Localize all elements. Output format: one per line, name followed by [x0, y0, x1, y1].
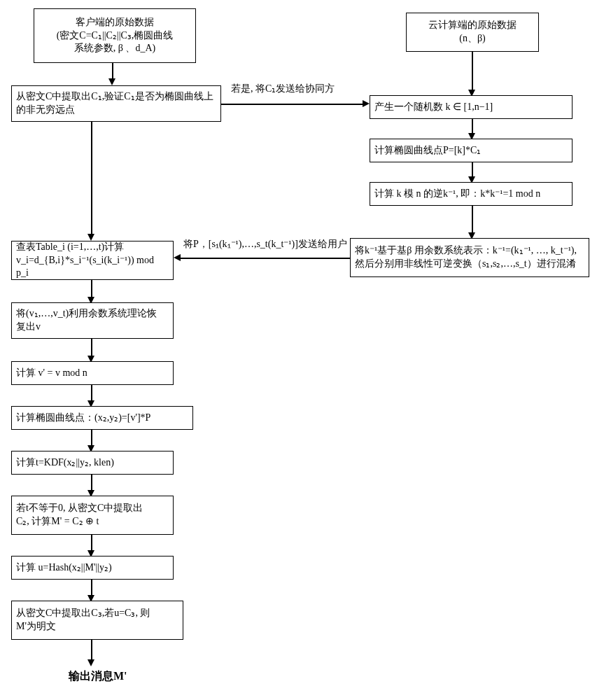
recover-v-box: 将(v₁,…,v_t)利用余数系统理论恢 复出v	[11, 302, 174, 339]
arrow	[472, 162, 473, 178]
arrow-head	[87, 659, 94, 666]
arrow	[221, 104, 364, 105]
send-back-label: 将P，[s₁(k₁⁻¹),…,s_t(k_t⁻¹)]发送给用户	[183, 238, 347, 251]
arrow	[91, 430, 92, 447]
if-yes-label: 若是, 将C₁发送给协同方	[231, 83, 335, 95]
arrow	[91, 339, 92, 357]
arrow	[112, 63, 113, 80]
arrow-head	[108, 78, 115, 85]
client-header-box: 客户端的原始数据 (密文C=C₁||C₂||C₃,椭圆曲线 系统参数, β 、d…	[34, 8, 196, 63]
mprime-box: 若t不等于0, 从密文C中提取出 C₂, 计算M' = C₂ ⊕ t	[11, 496, 174, 535]
hash-box: 计算 u=Hash(x₂||M'||y₂)	[11, 556, 174, 580]
arrow	[91, 580, 92, 596]
flowchart: 客户端的原始数据 (密文C=C₁||C₂||C₃,椭圆曲线 系统参数, β 、d…	[0, 0, 597, 700]
point-box: 计算椭圆曲线点：(x₂,y₂)=[v']*P	[11, 406, 193, 430]
table-lookup-box: 查表Table_i (i=1,…,t)计算 v_i=d_{B,i}*s_i⁻¹(…	[11, 241, 174, 280]
output-label: 输出消息M'	[69, 669, 127, 684]
check-box: 从密文C中提取出C₃,若u=C₃, 则 M'为明文	[11, 601, 183, 640]
cloud-step-p: 计算椭圆曲线点P=[k]*C₁	[370, 139, 573, 162]
arrow	[91, 280, 92, 298]
arrow-head	[174, 254, 181, 261]
kdf-box: 计算t=KDF(x₂||y₂, klen)	[11, 451, 174, 475]
cloud-step-k: 产生一个随机数 k ∈ [1,n−1]	[370, 95, 573, 119]
arrow	[91, 385, 92, 402]
arrow	[472, 52, 473, 91]
arrow	[91, 640, 92, 661]
cloud-step-rns: 将k⁻¹基于基β 用余数系统表示：k⁻¹=(k₁⁻¹, …, k_t⁻¹), 然…	[350, 238, 589, 277]
cloud-header-box: 云计算端的原始数据 (n、β)	[406, 13, 539, 52]
arrow	[91, 535, 92, 552]
arrow-head	[363, 100, 370, 107]
cloud-step-kinv: 计算 k 模 n 的逆k⁻¹, 即：k*k⁻¹=1 mod n	[370, 182, 573, 206]
arrow	[91, 475, 92, 491]
extract-c1-box: 从密文C中提取出C₁,验证C₁是否为椭圆曲线上的非无穷远点	[11, 85, 221, 122]
arrow-head	[87, 234, 94, 241]
arrow	[472, 119, 473, 134]
vprime-box: 计算 v' = v mod n	[11, 361, 174, 385]
arrow	[91, 122, 92, 235]
arrow	[181, 258, 350, 259]
arrow	[472, 206, 473, 234]
